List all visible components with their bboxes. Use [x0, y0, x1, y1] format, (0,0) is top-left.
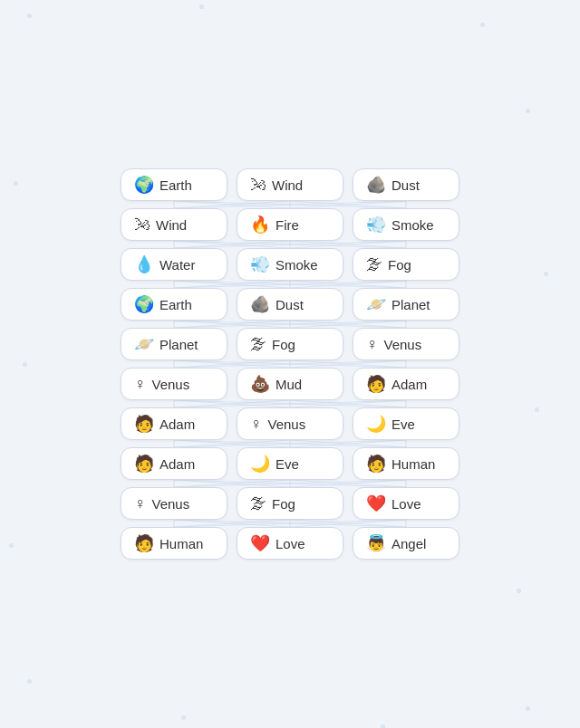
pill-0-2[interactable]: 🪨Dust: [353, 168, 459, 201]
row-2: 💧Water💨Smoke🌫Fog: [36, 248, 544, 281]
pill-emoji-6-2: 🌙: [366, 416, 386, 432]
pill-emoji-2-2: 🌫: [366, 256, 382, 273]
pill-emoji-7-2: 🧑: [366, 455, 386, 472]
pill-4-1[interactable]: 🌫Fog: [237, 328, 343, 360]
pill-label-7-0: Adam: [160, 456, 195, 472]
pill-label-3-1: Dust: [276, 297, 304, 312]
pill-label-0-1: Wind: [272, 177, 303, 193]
pill-label-1-2: Smoke: [392, 217, 434, 233]
pill-8-0[interactable]: ♀Venus: [121, 487, 227, 520]
pill-label-3-2: Planet: [392, 297, 430, 312]
pill-emoji-9-1: ❤️: [250, 535, 270, 551]
pill-emoji-3-1: 🪨: [250, 296, 270, 312]
pill-emoji-2-1: 💨: [250, 256, 270, 273]
pill-emoji-7-0: 🧑: [134, 455, 154, 472]
pill-7-2[interactable]: 🧑Human: [353, 447, 459, 480]
pill-label-1-0: Wind: [156, 217, 187, 233]
pill-label-4-0: Planet: [160, 337, 198, 352]
pill-label-3-0: Earth: [160, 297, 192, 312]
pill-label-4-2: Venus: [384, 337, 422, 352]
pill-emoji-1-1: 🔥: [250, 216, 270, 233]
row-1: 🌬Wind🔥Fire💨Smoke: [36, 208, 544, 241]
pill-6-1[interactable]: ♀Venus: [237, 407, 343, 440]
pill-emoji-1-2: 💨: [366, 216, 386, 233]
pill-emoji-5-2: 🧑: [366, 376, 386, 392]
pill-0-0[interactable]: 🌍Earth: [121, 168, 227, 201]
pill-label-5-2: Adam: [392, 377, 427, 392]
pill-2-2[interactable]: 🌫Fog: [353, 248, 459, 281]
pill-label-0-0: Earth: [160, 177, 192, 193]
row-8: ♀Venus🌫Fog❤️Love: [36, 487, 544, 520]
rows-container: 🌍Earth🌬Wind🪨Dust🌬Wind🔥Fire💨Smoke💧Water💨S…: [36, 168, 544, 560]
pill-emoji-6-0: 🧑: [134, 416, 154, 432]
pill-7-1[interactable]: 🌙Eve: [237, 447, 343, 480]
pill-emoji-9-0: 🧑: [134, 535, 154, 551]
pill-label-6-2: Eve: [392, 417, 415, 432]
pill-label-8-0: Venus: [152, 496, 190, 512]
pill-emoji-6-1: ♀: [250, 416, 263, 432]
main-container: 🌍Earth🌬Wind🪨Dust🌬Wind🔥Fire💨Smoke💧Water💨S…: [27, 150, 553, 578]
pill-emoji-4-0: 🪐: [134, 336, 154, 352]
pill-label-6-1: Venus: [268, 417, 306, 432]
pill-1-0[interactable]: 🌬Wind: [121, 208, 227, 241]
pill-1-2[interactable]: 💨Smoke: [353, 208, 459, 241]
pill-emoji-0-2: 🪨: [366, 177, 386, 193]
pill-label-6-0: Adam: [160, 417, 195, 432]
pill-8-1[interactable]: 🌫Fog: [237, 487, 343, 520]
pill-5-0[interactable]: ♀Venus: [121, 368, 227, 400]
pill-label-7-2: Human: [392, 456, 435, 472]
pill-emoji-0-1: 🌬: [250, 177, 266, 193]
pill-emoji-5-0: ♀: [134, 376, 147, 392]
pill-emoji-0-0: 🌍: [134, 177, 154, 193]
pill-label-9-2: Angel: [392, 536, 426, 551]
pill-3-0[interactable]: 🌍Earth: [121, 288, 227, 321]
pill-label-8-2: Love: [392, 496, 421, 512]
pill-label-2-0: Water: [160, 257, 195, 273]
pill-6-2[interactable]: 🌙Eve: [353, 407, 459, 440]
pill-label-5-1: Mud: [276, 377, 302, 392]
pill-4-2[interactable]: ♀Venus: [353, 328, 459, 360]
pill-emoji-7-1: 🌙: [250, 455, 270, 472]
pill-label-2-1: Smoke: [276, 257, 318, 273]
pill-0-1[interactable]: 🌬Wind: [237, 168, 343, 201]
pill-2-0[interactable]: 💧Water: [121, 248, 227, 281]
pill-emoji-8-0: ♀: [134, 495, 147, 512]
pill-label-4-1: Fog: [272, 337, 295, 352]
pill-label-1-1: Fire: [276, 217, 299, 233]
row-9: 🧑Human❤️Love👼Angel: [36, 527, 544, 560]
pill-emoji-8-2: ❤️: [366, 495, 386, 512]
pill-emoji-3-0: 🌍: [134, 296, 154, 312]
pill-label-2-2: Fog: [388, 257, 411, 273]
pill-emoji-1-0: 🌬: [134, 216, 150, 233]
pill-emoji-8-1: 🌫: [250, 495, 266, 512]
pill-label-8-1: Fog: [272, 496, 295, 512]
pill-label-9-1: Love: [276, 536, 305, 551]
pill-5-2[interactable]: 🧑Adam: [353, 368, 459, 400]
pill-7-0[interactable]: 🧑Adam: [121, 447, 227, 480]
row-7: 🧑Adam🌙Eve🧑Human: [36, 447, 544, 480]
pill-label-0-2: Dust: [392, 177, 420, 193]
pill-1-1[interactable]: 🔥Fire: [237, 208, 343, 241]
pill-emoji-4-2: ♀: [366, 336, 379, 352]
pill-9-2[interactable]: 👼Angel: [353, 527, 459, 560]
pill-emoji-9-2: 👼: [366, 535, 386, 551]
pill-5-1[interactable]: 💩Mud: [237, 368, 343, 400]
row-3: 🌍Earth🪨Dust🪐Planet: [36, 288, 544, 321]
pill-6-0[interactable]: 🧑Adam: [121, 407, 227, 440]
pill-emoji-3-2: 🪐: [366, 296, 386, 312]
pill-emoji-5-1: 💩: [250, 376, 270, 392]
pill-label-9-0: Human: [160, 536, 203, 551]
pill-9-0[interactable]: 🧑Human: [121, 527, 227, 560]
row-4: 🪐Planet🌫Fog♀Venus: [36, 328, 544, 360]
pill-label-5-0: Venus: [152, 377, 190, 392]
row-6: 🧑Adam♀Venus🌙Eve: [36, 407, 544, 440]
pill-4-0[interactable]: 🪐Planet: [121, 328, 227, 360]
pill-label-7-1: Eve: [276, 456, 299, 472]
pill-emoji-4-1: 🌫: [250, 336, 266, 352]
pill-9-1[interactable]: ❤️Love: [237, 527, 343, 560]
pill-3-2[interactable]: 🪐Planet: [353, 288, 459, 321]
pill-3-1[interactable]: 🪨Dust: [237, 288, 343, 321]
pill-8-2[interactable]: ❤️Love: [353, 487, 459, 520]
pill-2-1[interactable]: 💨Smoke: [237, 248, 343, 281]
row-0: 🌍Earth🌬Wind🪨Dust: [36, 168, 544, 201]
